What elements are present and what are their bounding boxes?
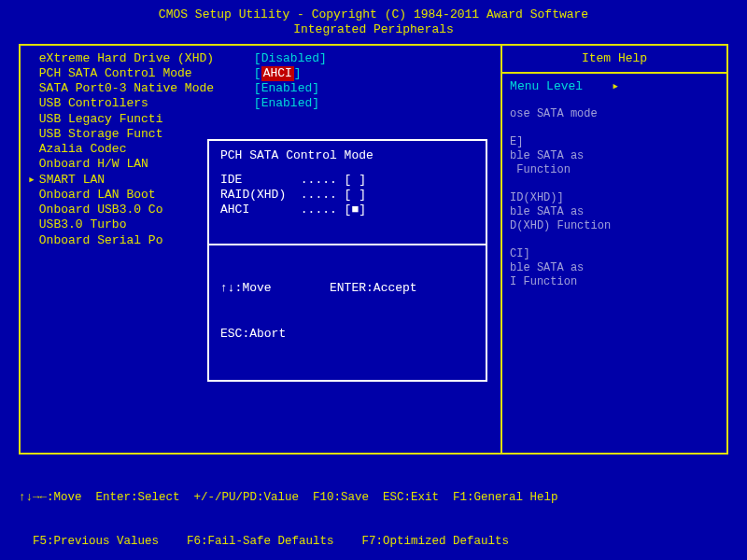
key-legend: ↑↓→←:Move Enter:Select +/-/PU/PD:Value F… [19, 462, 728, 561]
cursor-icon [28, 96, 35, 111]
cursor-icon [28, 217, 35, 232]
popup-title: PCH SATA Control Mode [220, 148, 474, 163]
cursor-icon [28, 203, 35, 217]
popup-option-list: IDE ..... [ ]RAID(XHD) ..... [ ]AHCI ...… [220, 173, 474, 244]
setting-label: PCH SATA Control Mode [39, 66, 254, 81]
bios-header: CMOS Setup Utility - Copyright (C) 1984-… [19, 7, 728, 38]
key-legend-line1: ↑↓→←:Move Enter:Select +/-/PU/PD:Value F… [19, 491, 728, 506]
setting-label: eXtreme Hard Drive (XHD) [39, 51, 254, 66]
setting-value[interactable]: Enabled [261, 96, 313, 111]
setting-row[interactable]: eXtreme Hard Drive (XHD)[Disabled] [28, 51, 493, 66]
cursor-icon [28, 233, 35, 248]
setting-value[interactable]: Enabled [261, 81, 313, 96]
cursor-icon [28, 112, 35, 127]
cursor-icon [28, 51, 35, 66]
setting-value[interactable]: Disabled [261, 51, 319, 66]
key-legend-line2: F5:Previous Values F6:Fail-Safe Defaults… [19, 535, 728, 550]
popup-hint-abort: ESC:Abort [220, 327, 474, 342]
cursor-icon [28, 142, 35, 157]
popup-option[interactable]: RAID(XHD) ..... [ ] [220, 188, 474, 203]
popup-footer: ↑↓:Move ENTER:Accept ESC:Abort [209, 244, 486, 372]
sata-mode-popup[interactable]: PCH SATA Control Mode IDE ..... [ ]RAID(… [207, 139, 487, 382]
menu-level-label: Menu Level [510, 79, 583, 93]
popup-hint-move-accept: ↑↓:Move ENTER:Accept [220, 281, 474, 296]
popup-option[interactable]: AHCI ..... [■] [220, 203, 474, 217]
setting-label: SATA Port0-3 Native Mode [39, 81, 254, 96]
popup-option[interactable]: IDE ..... [ ] [220, 173, 474, 188]
cursor-icon [28, 66, 35, 81]
setting-row[interactable]: PCH SATA Control Mode[AHCI] [28, 66, 493, 81]
help-pane: Item Help Menu Level ▸ ose SATA mode E] … [500, 46, 726, 453]
cursor-icon [28, 127, 35, 142]
help-divider [502, 72, 726, 74]
setting-row[interactable]: SATA Port0-3 Native Mode[Enabled] [28, 81, 493, 96]
setting-label: USB Legacy Functi [39, 112, 254, 127]
cursor-icon: ▸ [28, 173, 35, 188]
cursor-icon [28, 157, 35, 172]
cursor-icon [28, 81, 35, 96]
setting-value[interactable]: AHCI [261, 66, 294, 81]
main-panel: eXtreme Hard Drive (XHD)[Disabled] PCH S… [19, 44, 728, 455]
help-title: Item Help [510, 51, 719, 66]
header-line2: Integrated Peripherals [19, 22, 728, 37]
setting-row[interactable]: USB Controllers[Enabled] [28, 96, 493, 111]
header-line1: CMOS Setup Utility - Copyright (C) 1984-… [19, 7, 728, 22]
cursor-icon [28, 188, 35, 203]
setting-label: USB Controllers [39, 96, 254, 111]
help-body: ose SATA mode E] ble SATA as Function ID… [510, 107, 719, 289]
setting-row[interactable]: USB Legacy Functi [28, 112, 493, 127]
menu-level-indicator-icon: ▸ [612, 79, 619, 93]
menu-level-row: Menu Level ▸ [510, 79, 719, 94]
